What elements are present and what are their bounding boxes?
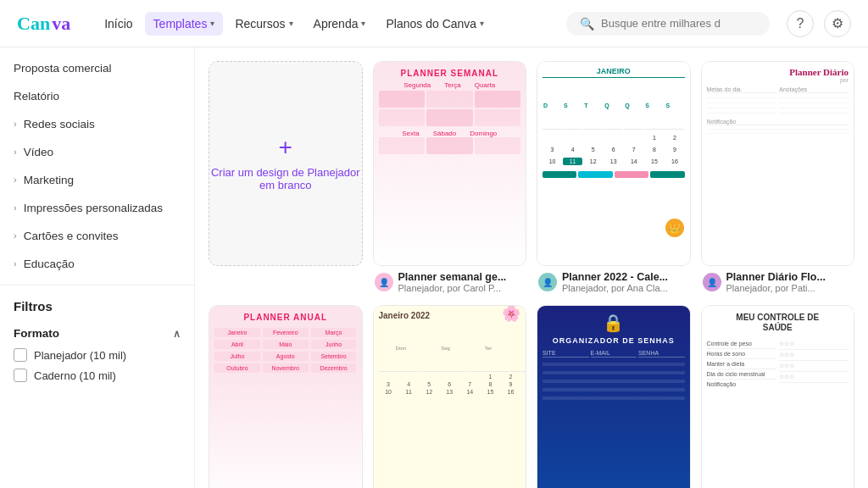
template-card-senhas[interactable]: 🔒 ORGANIZADOR DE SENHAS SITE E-MAIL SENH… (537, 305, 691, 488)
planejador-checkbox[interactable] (14, 348, 27, 362)
template-card-daily[interactable]: Planner Diário por Metas do dia (701, 61, 855, 295)
help-button[interactable]: ? (787, 10, 814, 37)
format-filter-group: Formato ∧ Planejador (10 mil) Caderno (1… (14, 322, 181, 385)
cal2022-image: JANEIRO D S T Q Q S S 12 (537, 61, 691, 266)
avatar-ana: 👤 (538, 273, 557, 291)
format-filter-toggle[interactable]: Formato ∧ (14, 322, 181, 345)
chevron-right-icon: › (14, 230, 17, 241)
content-area: + Criar um design de Planejador em branc… (195, 47, 868, 488)
caderno-checkbox[interactable] (14, 369, 27, 382)
sidebar-item-cartoes[interactable]: › Cartões e convites (0, 222, 194, 250)
settings-button[interactable]: ⚙ (824, 10, 851, 37)
cal-week2: 345 6789 (542, 146, 685, 153)
jan-week3: 101112 13141516 (379, 389, 521, 395)
daily-image: Planner Diário por Metas do dia (701, 61, 855, 266)
weekly-info: 👤 Planner semanal ge... Planejador, por … (373, 266, 527, 295)
template-card-saude[interactable]: MEU CONTROLE DESAÚDE Controle de peso Ho… (701, 305, 855, 488)
avatar-pati: 👤 (703, 273, 721, 291)
sidebar-divider (0, 285, 194, 286)
cal-week3: 101112 13141516 (542, 158, 685, 165)
saude-image: MEU CONTROLE DESAÚDE Controle de peso Ho… (701, 305, 855, 488)
jan-days-header: Dom Seg Ter Qua Qui Sex Sáb (379, 324, 521, 372)
search-icon: 🔍 (580, 17, 594, 30)
senhas-image: 🔒 ORGANIZADOR DE SENHAS SITE E-MAIL SENH… (537, 305, 691, 488)
filter-planejador[interactable]: Planejador (10 mil) (14, 345, 181, 365)
filters-title: Filtros (14, 299, 181, 313)
sidebar-item-educacao[interactable]: › Educação (0, 250, 194, 278)
sidebar-item-video[interactable]: › Vídeo (0, 138, 194, 166)
nav-aprenda[interactable]: Aprenda ▾ (305, 12, 375, 36)
senhas-title: ORGANIZADOR DE SENHAS (542, 336, 685, 345)
template-card-jan2022[interactable]: Janeiro 2022 🌸 Dom Seg Ter Qua Qui Sex S… (373, 305, 527, 488)
jan2022-image: Janeiro 2022 🌸 Dom Seg Ter Qua Qui Sex S… (373, 305, 527, 488)
daily-title: Planner Diário (707, 67, 849, 77)
chevron-right-icon: › (14, 258, 17, 269)
plus-icon: + (279, 136, 292, 159)
nav-templates[interactable]: Templates ▾ (145, 12, 224, 36)
chevron-up-icon: ∧ (173, 328, 181, 340)
template-card-weekly[interactable]: PLANNER SEMANAL SegundaTerçaQuarta (373, 61, 527, 295)
nav-inicio[interactable]: Início (96, 12, 141, 36)
sidebar-item-marketing[interactable]: › Marketing (0, 166, 194, 194)
create-blank-image: + Criar um design de Planejador em branc… (209, 61, 363, 266)
lock-icon: 🔒 (542, 313, 685, 333)
filters-section: Filtros Formato ∧ Planejador (10 mil) Ca… (0, 292, 194, 399)
jan-week1: 12 (379, 374, 521, 380)
chevron-down-icon: ▾ (480, 19, 484, 28)
cal2022-info: 👤 Planner 2022 - Cale... Planejador, por… (537, 266, 691, 295)
cal-days-header: D S T Q Q S S (542, 82, 685, 130)
cal-bars (542, 171, 685, 178)
weekly-grid-2 (379, 137, 521, 154)
search-bar[interactable]: 🔍 (566, 12, 770, 36)
sidebar-item-impressoes[interactable]: › Impressões personalizadas (0, 194, 194, 222)
chevron-down-icon: ▾ (210, 19, 214, 28)
jan-title: Janeiro 2022 (379, 311, 431, 320)
weekly-grid (379, 91, 521, 126)
anual-months: Janeiro Fevereiro Março Abril Maio Junho… (214, 328, 357, 373)
chevron-right-icon: › (14, 119, 17, 129)
main-nav: Início Templates ▾ Recursos ▾ Aprenda ▾ … (96, 12, 549, 36)
daily-info: 👤 Planner Diário Flo... Planejador, por … (701, 266, 855, 295)
filter-caderno[interactable]: Caderno (10 mil) (14, 365, 181, 385)
cal-week1: 12 (542, 134, 685, 141)
saude-title: MEU CONTROLE DESAÚDE (707, 313, 849, 333)
header-icons: ? ⚙ (787, 10, 851, 37)
canva-logo[interactable]: Canva (17, 13, 70, 35)
senhas-headers: SITE E-MAIL SENHA (542, 350, 685, 358)
jan-week2: 345 6789 (379, 381, 521, 387)
create-blank-card[interactable]: + Criar um design de Planejador em branc… (209, 61, 363, 295)
anual-title: PLANNER ANUAL (214, 313, 357, 322)
chevron-right-icon: › (14, 175, 17, 185)
sidebar: Proposta comercial Relatório › Redes soc… (0, 47, 195, 488)
search-input[interactable] (601, 17, 754, 30)
cal-month: JANEIRO (542, 67, 685, 78)
sidebar-item-relatorio[interactable]: Relatório (0, 82, 194, 110)
chevron-down-icon: ▾ (289, 19, 293, 28)
chevron-right-icon: › (14, 202, 17, 213)
crown-badge: 👑 (665, 219, 684, 237)
anual-image: PLANNER ANUAL Janeiro Fevereiro Março Ab… (209, 305, 363, 488)
flowers-icon: 🌸 (502, 305, 520, 323)
chevron-right-icon: › (14, 147, 17, 157)
sidebar-item-proposta[interactable]: Proposta comercial (0, 54, 194, 82)
weekly-image: PLANNER SEMANAL SegundaTerçaQuarta (373, 61, 527, 266)
nav-recursos[interactable]: Recursos ▾ (226, 12, 301, 36)
avatar-carol: 👤 (375, 273, 393, 291)
chevron-down-icon: ▾ (361, 19, 365, 28)
main-layout: Proposta comercial Relatório › Redes soc… (0, 47, 868, 488)
template-card-anual[interactable]: PLANNER ANUAL Janeiro Fevereiro Março Ab… (209, 305, 363, 488)
weekly-title: PLANNER SEMANAL (400, 69, 498, 78)
daily-content: Metas do dia Anotações (707, 86, 849, 114)
sidebar-item-redes[interactable]: › Redes sociais (0, 110, 194, 138)
template-card-cal2022[interactable]: JANEIRO D S T Q Q S S 12 (537, 61, 691, 295)
header: Canva Início Templates ▾ Recursos ▾ Apre… (0, 0, 868, 47)
nav-planos[interactable]: Planos do Canva ▾ (377, 12, 492, 36)
template-grid: + Criar um design de Planejador em branc… (209, 61, 854, 488)
